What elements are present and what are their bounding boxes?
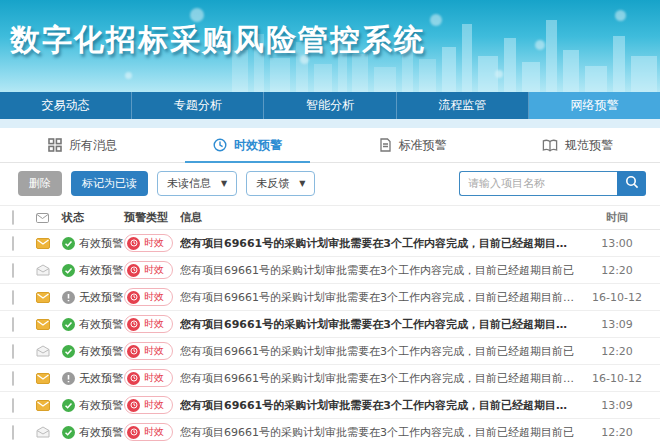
status-label: 有效预警 — [79, 425, 123, 440]
col-header-time: 时间 — [586, 210, 648, 225]
valid-check-icon — [62, 345, 75, 358]
nav-tab-label: 流程监管 — [438, 98, 486, 112]
valid-check-icon — [62, 426, 75, 439]
search-bar — [459, 171, 646, 196]
nav-tab[interactable]: 专题分析 — [132, 92, 264, 119]
timeliness-badge: 时效 — [124, 288, 173, 306]
row-checkbox[interactable] — [12, 236, 14, 251]
alert-message: 您有项目69661号的采购计划审批需要在3个工作内容完成，目前已经超期目前已经超… — [180, 317, 586, 332]
table-row[interactable]: 有效预警 时效 您有项目69661号的采购计划审批需要在3个工作内容完成，目前已… — [0, 338, 660, 365]
dropdown-value: 未读信息 — [167, 176, 211, 191]
table-row[interactable]: 有效预警 时效 您有项目69661号的采购计划审批需要在3个工作内容完成，目前已… — [0, 230, 660, 257]
nav-tab[interactable]: 交易动态 — [0, 92, 132, 119]
status-label: 有效预警 — [79, 317, 123, 332]
app-header: 数字化招标采购风险管控系统 — [0, 0, 660, 92]
nav-tab[interactable]: 流程监管 — [397, 92, 529, 119]
row-checkbox[interactable] — [12, 317, 14, 332]
search-button[interactable] — [617, 171, 646, 196]
search-input[interactable] — [459, 171, 617, 196]
read-state-filter-dropdown[interactable]: 未读信息 ▼ — [157, 171, 237, 196]
table-row[interactable]: 有效预警 时效 您有项目69661号的采购计划审批需要在3个工作内容完成，目前已… — [0, 257, 660, 284]
badge-label: 时效 — [144, 371, 164, 385]
subtab[interactable]: 时效预警 — [165, 128, 330, 162]
table-row[interactable]: 无效预警 时效 您有项目69661号的采购计划审批需要在3个工作内容完成，目前已… — [0, 365, 660, 392]
main-nav: 交易动态 专题分析 智能分析 流程监管 网络预警 — [0, 92, 660, 119]
row-checkbox[interactable] — [12, 263, 14, 278]
badge-clock-icon — [127, 291, 140, 304]
subtab[interactable]: 标准预警 — [330, 128, 495, 162]
select-all-checkbox[interactable] — [12, 210, 14, 225]
read-envelope-icon — [36, 428, 50, 441]
row-checkbox[interactable] — [12, 344, 14, 359]
timeliness-badge: 时效 — [124, 315, 173, 333]
badge-clock-icon — [127, 372, 140, 385]
alert-time: 13:09 — [586, 318, 648, 331]
badge-label: 时效 — [144, 344, 164, 358]
badge-clock-icon — [127, 399, 140, 412]
subtab-label: 所有消息 — [69, 137, 117, 154]
row-checkbox[interactable] — [12, 290, 14, 305]
badge-label: 时效 — [144, 398, 164, 412]
nav-tab[interactable]: 网络预警 — [529, 92, 660, 119]
alert-message: 您有项目69661号的采购计划审批需要在3个工作内容完成，目前已经超期目前已 — [180, 344, 586, 359]
table-row[interactable]: 有效预警 时效 您有项目69661号的采购计划审批需要在3个工作内容完成，目前已… — [0, 392, 660, 419]
document-icon — [379, 138, 392, 152]
badge-label: 时效 — [144, 425, 164, 439]
unread-envelope-icon — [36, 374, 50, 387]
unread-envelope-icon — [36, 293, 50, 306]
alert-message: 您有项目69661号的采购计划审批需要在3个工作内容完成，目前已经超期目前已 — [180, 263, 586, 278]
col-header-type: 预警类型 — [124, 210, 180, 225]
alert-message: 您有项目69661号的采购计划审批需要在3个工作内容完成，目前已经超期目前超期目… — [180, 290, 586, 305]
badge-clock-icon — [127, 237, 140, 250]
row-checkbox[interactable] — [12, 371, 14, 386]
valid-check-icon — [62, 399, 75, 412]
status-label: 无效预警 — [79, 371, 123, 386]
table-row[interactable]: 无效预警 时效 您有项目69661号的采购计划审批需要在3个工作内容完成，目前已… — [0, 284, 660, 311]
nav-tab[interactable]: 智能分析 — [264, 92, 396, 119]
table-row[interactable]: 有效预警 时效 您有项目69661号的采购计划审批需要在3个工作内容完成，目前已… — [0, 311, 660, 338]
bokeh-dot — [125, 72, 132, 79]
badge-label: 时效 — [144, 263, 164, 277]
timeliness-badge: 时效 — [124, 423, 173, 441]
subtab-label: 时效预警 — [234, 137, 282, 154]
clock-icon — [213, 138, 227, 152]
alert-time: 16-10-12 — [586, 372, 648, 385]
nav-tab-label: 智能分析 — [306, 98, 354, 112]
badge-label: 时效 — [144, 290, 164, 304]
caret-down-icon: ▼ — [221, 179, 227, 188]
unread-envelope-icon — [36, 320, 50, 333]
nav-tab-label: 交易动态 — [42, 98, 90, 112]
col-header-info: 信息 — [180, 210, 586, 225]
alert-time: 12:20 — [586, 426, 648, 439]
toolbar: 删除 标记为已读 未读信息 ▼ 未反馈 ▼ — [0, 163, 660, 205]
subtab[interactable]: 所有消息 — [0, 128, 165, 162]
feedback-filter-dropdown[interactable]: 未反馈 ▼ — [246, 171, 315, 196]
page-title: 数字化招标采购风险管控系统 — [10, 20, 426, 61]
timeliness-badge: 时效 — [124, 342, 173, 360]
invalid-exclamation-icon — [62, 291, 75, 304]
alert-message: 您有项目69661号的采购计划审批需要在3个工作内容完成，目前已经超期目前已 — [180, 425, 586, 440]
badge-label: 时效 — [144, 317, 164, 331]
status-label: 有效预警 — [79, 236, 123, 251]
alert-time: 12:20 — [586, 264, 648, 277]
valid-check-icon — [62, 264, 75, 277]
alert-time: 13:00 — [586, 237, 648, 250]
row-checkbox[interactable] — [12, 425, 14, 440]
alert-time: 12:20 — [586, 345, 648, 358]
mark-read-button[interactable]: 标记为已读 — [71, 171, 148, 196]
badge-clock-icon — [127, 426, 140, 439]
alert-time: 13:09 — [586, 399, 648, 412]
timeliness-badge: 时效 — [124, 234, 173, 252]
timeliness-badge: 时效 — [124, 369, 173, 387]
subtab[interactable]: 规范预警 — [495, 128, 660, 162]
grid-icon — [48, 138, 62, 152]
timeliness-badge: 时效 — [124, 261, 173, 279]
delete-button[interactable]: 删除 — [18, 171, 62, 196]
unread-envelope-icon — [36, 401, 50, 414]
caret-down-icon: ▼ — [299, 179, 305, 188]
row-checkbox[interactable] — [12, 398, 14, 413]
read-envelope-icon — [36, 266, 50, 279]
table-row[interactable]: 有效预警 时效 您有项目69661号的采购计划审批需要在3个工作内容完成，目前已… — [0, 419, 660, 442]
nav-tab-label: 专题分析 — [174, 98, 222, 112]
alert-message: 您有项目69661号的采购计划审批需要在3个工作内容完成，目前已经超期目前已经超… — [180, 236, 586, 251]
